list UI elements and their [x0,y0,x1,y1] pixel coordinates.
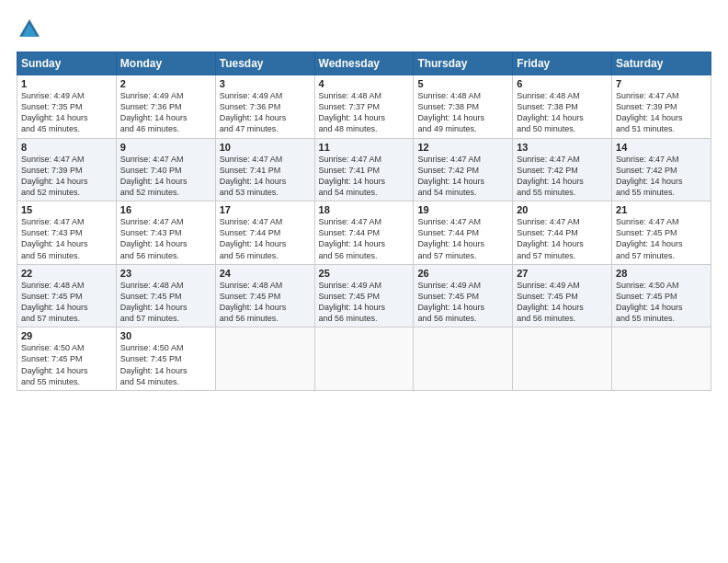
page: SundayMondayTuesdayWednesdayThursdayFrid… [0,0,728,563]
col-header-thursday: Thursday [414,52,513,75]
day-info: Sunrise: 4:47 AMSunset: 7:43 PMDaylight:… [21,216,112,261]
day-number: 10 [220,142,311,153]
day-number: 18 [319,204,410,215]
week-row-1: 1Sunrise: 4:49 AMSunset: 7:35 PMDaylight… [17,75,711,139]
day-cell [215,327,314,391]
day-cell: 25Sunrise: 4:49 AMSunset: 7:45 PMDayligh… [314,264,414,327]
header [17,17,711,42]
day-cell: 16Sunrise: 4:47 AMSunset: 7:43 PMDayligh… [116,201,215,265]
day-info: Sunrise: 4:47 AMSunset: 7:39 PMDaylight:… [21,154,112,199]
day-cell: 3Sunrise: 4:49 AMSunset: 7:36 PMDaylight… [215,75,314,139]
day-cell [612,327,711,391]
day-info: Sunrise: 4:47 AMSunset: 7:44 PMDaylight:… [220,216,311,261]
day-cell: 15Sunrise: 4:47 AMSunset: 7:43 PMDayligh… [17,201,117,265]
day-cell: 24Sunrise: 4:48 AMSunset: 7:45 PMDayligh… [215,264,314,327]
day-info: Sunrise: 4:47 AMSunset: 7:44 PMDaylight:… [517,216,608,261]
day-cell: 18Sunrise: 4:47 AMSunset: 7:44 PMDayligh… [314,201,414,265]
day-number: 28 [616,268,707,279]
day-info: Sunrise: 4:47 AMSunset: 7:40 PMDaylight:… [120,154,211,199]
day-number: 5 [417,78,508,89]
day-info: Sunrise: 4:47 AMSunset: 7:43 PMDaylight:… [120,216,211,261]
day-info: Sunrise: 4:50 AMSunset: 7:45 PMDaylight:… [616,280,707,325]
day-number: 11 [319,142,410,153]
day-info: Sunrise: 4:48 AMSunset: 7:38 PMDaylight:… [517,90,608,135]
day-info: Sunrise: 4:48 AMSunset: 7:45 PMDaylight:… [120,280,211,325]
day-info: Sunrise: 4:47 AMSunset: 7:45 PMDaylight:… [616,216,707,261]
day-info: Sunrise: 4:47 AMSunset: 7:39 PMDaylight:… [616,90,707,135]
day-info: Sunrise: 4:50 AMSunset: 7:45 PMDaylight:… [21,342,112,387]
day-cell: 19Sunrise: 4:47 AMSunset: 7:44 PMDayligh… [414,201,513,265]
day-cell: 14Sunrise: 4:47 AMSunset: 7:42 PMDayligh… [612,138,711,201]
day-cell: 11Sunrise: 4:47 AMSunset: 7:41 PMDayligh… [314,138,414,201]
day-number: 16 [120,204,211,215]
day-number: 6 [517,78,608,89]
col-header-wednesday: Wednesday [314,52,414,75]
day-cell: 1Sunrise: 4:49 AMSunset: 7:35 PMDaylight… [17,75,117,139]
day-number: 8 [21,142,112,153]
col-header-saturday: Saturday [612,52,711,75]
day-number: 7 [616,78,707,89]
day-cell: 23Sunrise: 4:48 AMSunset: 7:45 PMDayligh… [116,264,215,327]
day-cell: 2Sunrise: 4:49 AMSunset: 7:36 PMDaylight… [116,75,215,139]
day-info: Sunrise: 4:48 AMSunset: 7:38 PMDaylight:… [417,90,508,135]
day-cell: 9Sunrise: 4:47 AMSunset: 7:40 PMDaylight… [116,138,215,201]
day-info: Sunrise: 4:47 AMSunset: 7:42 PMDaylight:… [517,154,608,199]
header-row: SundayMondayTuesdayWednesdayThursdayFrid… [17,52,711,75]
day-number: 26 [417,268,508,279]
day-info: Sunrise: 4:48 AMSunset: 7:37 PMDaylight:… [319,90,410,135]
day-info: Sunrise: 4:48 AMSunset: 7:45 PMDaylight:… [21,280,112,325]
day-cell [314,327,414,391]
day-cell: 21Sunrise: 4:47 AMSunset: 7:45 PMDayligh… [612,201,711,265]
day-number: 13 [517,142,608,153]
day-info: Sunrise: 4:49 AMSunset: 7:35 PMDaylight:… [21,90,112,135]
day-cell [513,327,612,391]
day-number: 4 [319,78,410,89]
day-number: 15 [21,204,112,215]
day-cell: 27Sunrise: 4:49 AMSunset: 7:45 PMDayligh… [513,264,612,327]
day-info: Sunrise: 4:49 AMSunset: 7:36 PMDaylight:… [220,90,311,135]
day-number: 9 [120,142,211,153]
day-info: Sunrise: 4:47 AMSunset: 7:41 PMDaylight:… [319,154,410,199]
day-number: 20 [517,204,608,215]
calendar-table: SundayMondayTuesdayWednesdayThursdayFrid… [17,52,711,391]
col-header-friday: Friday [513,52,612,75]
week-row-2: 8Sunrise: 4:47 AMSunset: 7:39 PMDaylight… [17,138,711,201]
day-cell: 20Sunrise: 4:47 AMSunset: 7:44 PMDayligh… [513,201,612,265]
day-info: Sunrise: 4:49 AMSunset: 7:36 PMDaylight:… [120,90,211,135]
day-number: 12 [417,142,508,153]
day-number: 3 [220,78,311,89]
logo [17,17,46,42]
day-cell: 30Sunrise: 4:50 AMSunset: 7:45 PMDayligh… [116,327,215,391]
day-number: 27 [517,268,608,279]
day-info: Sunrise: 4:47 AMSunset: 7:44 PMDaylight:… [319,216,410,261]
day-cell: 8Sunrise: 4:47 AMSunset: 7:39 PMDaylight… [17,138,117,201]
day-info: Sunrise: 4:50 AMSunset: 7:45 PMDaylight:… [120,342,211,387]
day-info: Sunrise: 4:47 AMSunset: 7:44 PMDaylight:… [417,216,508,261]
day-number: 24 [220,268,311,279]
day-cell: 22Sunrise: 4:48 AMSunset: 7:45 PMDayligh… [17,264,117,327]
day-info: Sunrise: 4:49 AMSunset: 7:45 PMDaylight:… [319,280,410,325]
day-number: 23 [120,268,211,279]
week-row-5: 29Sunrise: 4:50 AMSunset: 7:45 PMDayligh… [17,327,711,391]
day-cell: 10Sunrise: 4:47 AMSunset: 7:41 PMDayligh… [215,138,314,201]
col-header-sunday: Sunday [17,52,117,75]
day-cell: 6Sunrise: 4:48 AMSunset: 7:38 PMDaylight… [513,75,612,139]
col-header-tuesday: Tuesday [215,52,314,75]
day-number: 17 [220,204,311,215]
day-number: 22 [21,268,112,279]
day-number: 25 [319,268,410,279]
day-number: 2 [120,78,211,89]
day-info: Sunrise: 4:49 AMSunset: 7:45 PMDaylight:… [417,280,508,325]
day-number: 14 [616,142,707,153]
day-number: 29 [21,330,112,341]
week-row-3: 15Sunrise: 4:47 AMSunset: 7:43 PMDayligh… [17,201,711,265]
day-info: Sunrise: 4:48 AMSunset: 7:45 PMDaylight:… [220,280,311,325]
day-info: Sunrise: 4:47 AMSunset: 7:41 PMDaylight:… [220,154,311,199]
day-info: Sunrise: 4:47 AMSunset: 7:42 PMDaylight:… [616,154,707,199]
day-cell: 29Sunrise: 4:50 AMSunset: 7:45 PMDayligh… [17,327,117,391]
day-number: 1 [21,78,112,89]
day-number: 19 [417,204,508,215]
day-cell: 12Sunrise: 4:47 AMSunset: 7:42 PMDayligh… [414,138,513,201]
col-header-monday: Monday [116,52,215,75]
week-row-4: 22Sunrise: 4:48 AMSunset: 7:45 PMDayligh… [17,264,711,327]
